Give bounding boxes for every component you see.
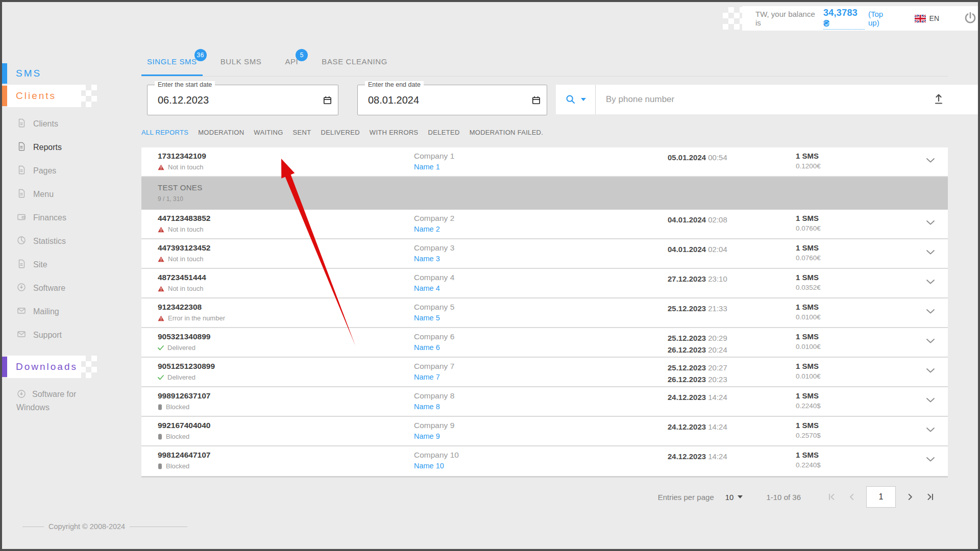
sender-name-link[interactable]: Name 2: [414, 225, 440, 233]
sender-name-link[interactable]: Name 10: [414, 462, 444, 470]
sender-name-link[interactable]: Name 1: [414, 163, 440, 171]
sender-name-link[interactable]: Name 9: [414, 432, 440, 440]
sms-price: 0.1200€: [796, 162, 821, 170]
start-date-field[interactable]: Enter the start date: [147, 85, 338, 115]
end-date-input[interactable]: [368, 94, 485, 106]
filter-waiting[interactable]: WAITING: [254, 129, 283, 136]
sidebar-section-clients[interactable]: Clients: [2, 85, 120, 107]
report-row[interactable]: 998912637107 Blocked Company 8 Name 8 24…: [141, 387, 948, 417]
sidebar-item-pages[interactable]: Pages: [2, 159, 120, 183]
blocked-icon: [158, 463, 162, 469]
warning-icon: [158, 256, 164, 262]
sidebar-item-software-for-windows[interactable]: Software for Windows: [2, 388, 120, 414]
calendar-icon[interactable]: [532, 96, 541, 105]
sender-name-link[interactable]: Name 8: [414, 403, 440, 411]
balance-value[interactable]: 34,3783 ₴: [823, 8, 865, 30]
upload-icon[interactable]: [933, 92, 945, 107]
sidebar-item-menu[interactable]: Menu: [2, 183, 120, 206]
report-row[interactable]: 992167404040 Blocked Company 9 Name 9 24…: [141, 417, 948, 446]
top-up-link[interactable]: (Top up): [868, 10, 895, 27]
search-type-dropdown[interactable]: [556, 85, 596, 114]
tab-bulk-sms[interactable]: BULK SMS: [215, 57, 267, 76]
status-text: Not in touch: [168, 226, 203, 233]
calendar-icon[interactable]: [323, 96, 332, 105]
check-icon: [158, 375, 164, 380]
sidebar-item-mailing[interactable]: Mailing: [2, 300, 120, 323]
date-cell: 24.12.2023 14:24: [668, 450, 727, 462]
sidebar-item-reports[interactable]: Reports: [2, 136, 120, 159]
start-date-input[interactable]: [158, 94, 275, 106]
sidebar-item-label: Statistics: [33, 237, 66, 246]
sidebar-item-site[interactable]: Site: [2, 253, 120, 277]
phone-number: 17312342109: [158, 152, 206, 161]
sidebar-item-support[interactable]: Support: [2, 323, 120, 347]
end-date-field[interactable]: Enter the end date: [357, 85, 547, 115]
report-row[interactable]: 905321340899 Delivered Company 6 Name 6 …: [141, 328, 948, 358]
power-icon[interactable]: [963, 11, 978, 26]
phone-cell: 447123483852 Not in touch: [158, 214, 210, 233]
report-row[interactable]: 9123422308 Error in the number Company 5…: [141, 298, 948, 328]
last-page-icon[interactable]: [926, 493, 935, 501]
previous-page-icon[interactable]: [848, 493, 856, 501]
sidebar-item-label: Software: [33, 284, 65, 293]
date-value: 25.12.2023: [668, 363, 706, 372]
sender-name-link[interactable]: Name 6: [414, 343, 440, 352]
expand-chevron-icon[interactable]: [926, 339, 935, 343]
expand-chevron-icon[interactable]: [926, 220, 935, 225]
expand-chevron-icon[interactable]: [926, 280, 935, 284]
report-row[interactable]: 9051251230899 Delivered Company 7 Name 7…: [141, 358, 948, 387]
entries-per-page-select[interactable]: 10: [725, 493, 743, 502]
report-row[interactable]: 447393123452 Not in touch Company 3 Name…: [141, 239, 948, 269]
report-row[interactable]: 998124647107 Blocked Company 10 Name 10 …: [141, 446, 948, 476]
expand-chevron-icon[interactable]: [926, 428, 935, 432]
tab-base-cleaning[interactable]: BASE CLEANING: [316, 57, 393, 76]
filter-all-reports[interactable]: ALL REPORTS: [141, 129, 188, 136]
sms-cell: 1 SMS 0.2240$: [796, 391, 821, 410]
sender-name-link[interactable]: Name 3: [414, 255, 440, 263]
sidebar-section-downloads[interactable]: Downloads: [2, 356, 120, 378]
tab-api[interactable]: API 5: [279, 57, 304, 76]
expand-chevron-icon[interactable]: [926, 457, 935, 462]
filter-deleted[interactable]: DELETED: [428, 129, 460, 136]
current-page-input[interactable]: 1: [866, 486, 896, 508]
section-accent-bar: [2, 63, 7, 84]
sidebar-section-sms[interactable]: SMS: [2, 62, 120, 85]
first-page-icon[interactable]: [827, 493, 836, 501]
report-row[interactable]: 447123483852 Not in touch Company 2 Name…: [141, 210, 948, 239]
filter-moderation-failed[interactable]: MODERATION FAILED.: [470, 129, 544, 136]
sidebar-item-statistics[interactable]: Statistics: [2, 230, 120, 253]
filter-with-errors[interactable]: WITH ERRORS: [370, 129, 419, 136]
expand-chevron-icon[interactable]: [926, 158, 935, 163]
filter-moderation[interactable]: MODERATION: [198, 129, 244, 136]
sender-name-link[interactable]: Name 7: [414, 373, 440, 381]
time-value: 23:10: [708, 274, 727, 283]
group-row[interactable]: TEST ONES 9 / 1, 310: [141, 177, 948, 210]
sms-count: 1 SMS: [796, 152, 821, 160]
sidebar-item-clients[interactable]: Clients: [2, 112, 120, 136]
status: Blocked: [158, 403, 210, 411]
phone-number: 992167404040: [158, 421, 210, 430]
sms-price: 0.0100€: [796, 372, 821, 380]
next-page-icon[interactable]: [906, 493, 914, 501]
section-label: Clients: [16, 90, 56, 102]
expand-chevron-icon[interactable]: [926, 250, 935, 255]
tab-badge: 36: [194, 49, 207, 61]
sender-name-link[interactable]: Name 5: [414, 314, 440, 322]
date-line: 24.12.2023 14:24: [668, 391, 727, 403]
phone-number: 9051251230899: [158, 362, 215, 371]
search-group: SEARCH: [556, 85, 980, 114]
report-row[interactable]: 17312342109 Not in touch Company 1 Name …: [141, 147, 948, 177]
filter-sent[interactable]: SENT: [293, 129, 311, 136]
sender-name-link[interactable]: Name 4: [414, 284, 440, 292]
report-row[interactable]: 48723451444 Not in touch Company 4 Name …: [141, 269, 948, 298]
search-input[interactable]: [596, 94, 980, 105]
sidebar-item-finances[interactable]: Finances: [2, 206, 120, 230]
expand-chevron-icon[interactable]: [926, 398, 935, 403]
expand-chevron-icon[interactable]: [926, 309, 935, 314]
filter-delivered[interactable]: DELIVERED: [321, 129, 359, 136]
tab-single-sms[interactable]: SINGLE SMS 36: [141, 57, 203, 76]
sidebar-item-label: Site: [33, 260, 47, 269]
expand-chevron-icon[interactable]: [926, 368, 935, 373]
sidebar-item-software[interactable]: Software: [2, 277, 120, 300]
language-selector[interactable]: EN: [915, 14, 939, 22]
